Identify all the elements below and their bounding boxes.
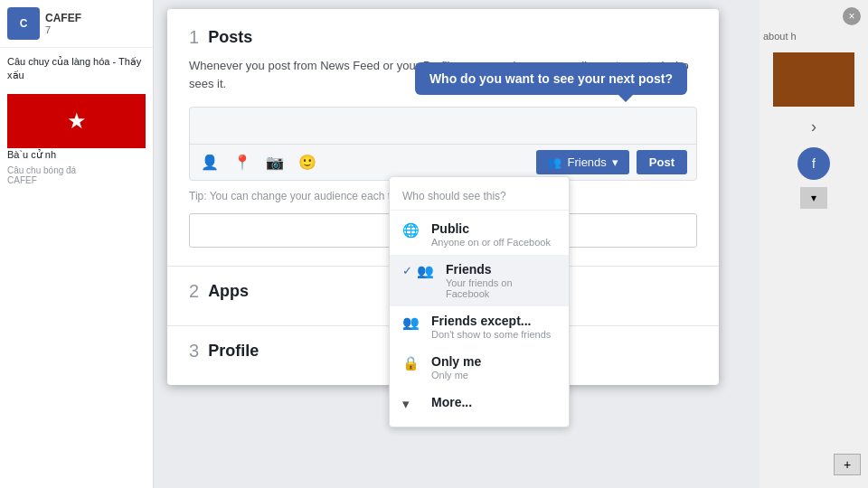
post-composer: Who do you want to see your next post? 👤… [189,107,697,181]
friends-dd-sublabel: Your friends on Facebook [446,277,556,299]
public-icon: 🌐 [402,222,422,239]
right-sidebar: × about h › f ▾ + [760,0,868,488]
composer-icon-group: 👤 📍 📷 🙂 [199,152,318,174]
post-button[interactable]: Post [637,150,687,174]
only-me-content: Only me Only me [431,354,556,380]
chevron-right-icon[interactable]: › [760,114,868,140]
dropdown-item-friends[interactable]: ✓ 👥 Friends Your friends on Facebook [390,255,569,306]
friends-audience-button[interactable]: 👥 Friends ▾ [536,150,628,174]
apps-section-title: Apps [208,282,249,301]
article-2-title: Bà`u cử nh [7,148,146,162]
friends-button-label: Friends [567,155,606,169]
sidebar-title: CAFEF [45,12,81,24]
more-label: More... [431,395,556,409]
dropdown-item-public[interactable]: 🌐 Public Anyone on or off Facebook [390,214,569,255]
friends-except-content: Friends except... Don't show to some fri… [431,314,556,340]
composer-text [190,108,696,144]
add-button[interactable]: + [834,454,861,475]
posts-section-header: 1 Posts [189,27,697,48]
checkmark-icon: ✓ [402,264,412,277]
close-button[interactable]: × [843,7,861,25]
left-sidebar: C CAFEF 7 Câu chuy của làng hóa - Thấy x… [0,0,154,488]
dropdown-arrow-icon: ▾ [612,155,618,169]
friends-except-icon: 👥 [402,314,422,331]
dropdown-item-more[interactable]: ▾ More... [390,388,569,419]
chevron-down-icon[interactable]: ▾ [800,187,827,209]
public-content: Public Anyone on or off Facebook [431,221,556,248]
only-me-sublabel: Only me [431,370,556,380]
composer-toolbar: 👤 📍 📷 🙂 👥 Friends ▾ Post [190,144,696,180]
posts-section-title: Posts [208,28,252,47]
audience-dropdown: Who should see this? 🌐 Public Anyone on … [389,176,570,427]
friends-dd-label: Friends [446,262,556,277]
composer-action-group: 👥 Friends ▾ Post [536,150,687,174]
right-about-text: about h [760,27,868,45]
article-2-subtitle: Câu chu bóng đá [7,165,146,175]
friends-content: Friends Your friends on Facebook [446,262,556,299]
dropdown-item-friends-except[interactable]: 👥 Friends except... Don't show to some f… [390,306,569,347]
tag-friends-icon[interactable]: 👤 [199,152,221,174]
photo-icon[interactable]: 📷 [264,152,286,174]
sidebar-header: C CAFEF 7 [0,0,153,48]
cafef-logo: C [7,7,40,40]
posts-section-number: 1 [189,27,199,48]
friends-except-sublabel: Don't show to some friends [431,329,556,340]
audience-tooltip: Who do you want to see your next post? [415,62,687,95]
article-source: CAFEF [7,175,146,185]
apps-section-number: 2 [189,281,199,302]
public-sublabel: Anyone on or off Facebook [431,237,556,248]
lock-icon: 🔒 [402,355,422,371]
more-icon: ▾ [402,396,422,412]
dropdown-item-only-me[interactable]: 🔒 Only me Only me [390,347,569,388]
dropdown-header: Who should see this? [390,184,569,211]
article-1-title: Câu chuy của làng hóa - Thấy xấu [7,55,146,83]
profile-section-number: 3 [189,341,199,361]
profile-section-title: Profile [208,342,259,361]
public-label: Public [431,221,556,236]
only-me-label: Only me [431,354,556,369]
sidebar-article-1: Câu chuy của làng hóa - Thấy xấu [7,55,146,83]
article-2-thumb: ★ [7,94,146,148]
profile-circle: f [797,147,830,180]
ad-box [773,52,854,107]
location-icon[interactable]: 📍 [231,152,253,174]
sidebar-count: 7 [45,24,81,35]
star-icon: ★ [67,108,87,134]
sidebar-article-2: ★ Bà`u cử nh Câu chu bóng đá CAFEF [7,94,146,185]
emoji-icon[interactable]: 🙂 [297,152,318,174]
more-content: More... [431,395,556,409]
friends-icon: 👥 [547,155,561,169]
friends-icon-dd: 👥 [417,263,437,279]
friends-except-label: Friends except... [431,314,556,328]
sidebar-content: Câu chuy của làng hóa - Thấy xấu ★ Bà`u … [0,48,153,203]
